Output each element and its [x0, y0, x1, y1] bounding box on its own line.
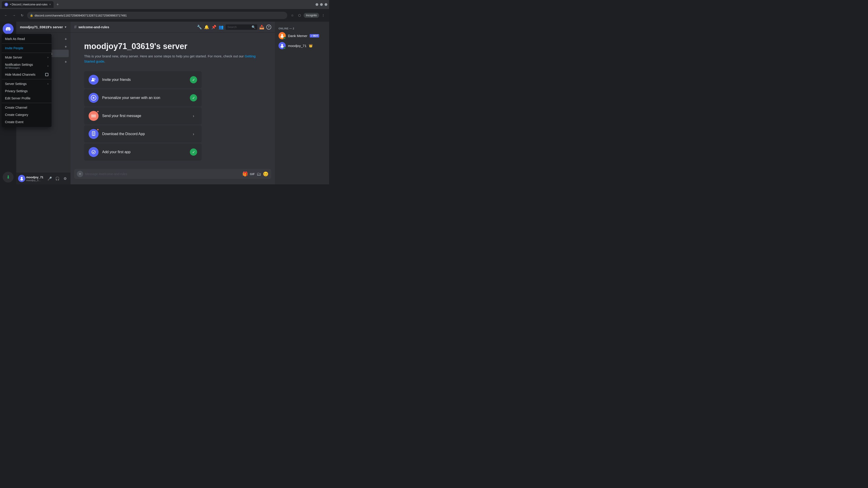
incognito-button[interactable]: Incognito: [304, 13, 319, 18]
browser-tab[interactable]: D • Discord | #welcome-and-rules ×: [2, 1, 54, 8]
context-create-category[interactable]: Create Category: [2, 111, 52, 119]
tab-close-button[interactable]: ×: [49, 3, 51, 6]
svg-point-16: [281, 44, 283, 46]
context-mute-server[interactable]: Mute Server ›: [2, 54, 52, 61]
chrome-menu-button[interactable]: ⋮: [320, 12, 327, 19]
download-icon: [89, 129, 98, 139]
context-edit-server-profile[interactable]: Edit Server Profile: [2, 95, 52, 102]
user-discriminator: moodjoy_0...: [26, 179, 45, 182]
context-menu: Mark As Read Invite People Mute Server ›…: [2, 34, 52, 127]
member-bot-badge: ✓ BOT: [310, 34, 319, 37]
reload-button[interactable]: ↻: [19, 12, 25, 19]
download-app-button[interactable]: ⬇: [3, 172, 13, 183]
svg-point-3: [20, 179, 23, 181]
member-name-dankmemer: Dank Memer: [288, 34, 307, 38]
svg-point-9: [94, 116, 95, 116]
personalize-icon: [89, 93, 98, 103]
checklist-item-download[interactable]: Download the Discord App ›: [84, 125, 202, 142]
forward-button[interactable]: →: [11, 12, 17, 19]
mute-button[interactable]: 🎤: [46, 175, 53, 182]
address-text: discord.com/channels/1182725809400713287…: [35, 14, 127, 17]
context-hide-muted[interactable]: Hide Muted Channels: [2, 71, 52, 78]
svg-point-4: [92, 78, 94, 80]
pin-button[interactable]: 📌: [211, 24, 217, 30]
server-name: moodjoy71_03619's server: [20, 25, 63, 29]
notification-bell-button[interactable]: 🔔: [204, 24, 209, 30]
member-list: ONLINE — 2 Dank Memer ✓ BOT moodjoy_71: [275, 22, 329, 184]
checklist-item-invite[interactable]: Invite your friends ✓: [84, 71, 202, 88]
member-item-moodjoy[interactable]: moodjoy_71 👑: [277, 41, 327, 51]
channel-header-name: welcome-and-rules: [79, 25, 109, 29]
inbox-button[interactable]: 📥: [259, 24, 265, 30]
help-button[interactable]: ?: [266, 25, 271, 30]
message-input-bar[interactable]: + Message #welcome-and-rules 🎁 GIF 🗂 😊: [74, 169, 271, 179]
mute-server-arrow: ›: [48, 56, 49, 59]
sticker-icon[interactable]: 🗂: [256, 171, 261, 177]
server-dropdown-arrow: ▼: [64, 26, 67, 29]
member-avatar-moodjoy: [278, 42, 286, 49]
maximize-button[interactable]: [320, 3, 323, 6]
tab-bar: D • Discord | #welcome-and-rules × +: [0, 0, 329, 9]
header-search[interactable]: Search 🔍: [225, 24, 257, 30]
gift-icon[interactable]: 🎁: [242, 171, 248, 177]
welcome-subtitle: This is your brand new, shiny server. He…: [84, 54, 261, 64]
user-settings-button[interactable]: ⚙: [61, 175, 69, 182]
context-notification-settings[interactable]: Notification Settings All Messages ›: [2, 61, 52, 71]
checklist-item-personalize[interactable]: Personalize your server with an icon ✓: [84, 89, 202, 106]
discord-home-button[interactable]: [3, 24, 13, 34]
checklist-status-message: ›: [190, 112, 197, 120]
close-window-button[interactable]: [324, 3, 327, 6]
extensions-button[interactable]: ⬡: [296, 12, 303, 19]
channel-header-hash: #: [74, 24, 76, 30]
checklist-label-download: Download the Discord App: [102, 132, 186, 136]
server-settings-arrow: ›: [48, 82, 49, 86]
user-actions: 🎤 🎧 ⚙: [46, 175, 69, 182]
add-voice-channel-button[interactable]: +: [65, 60, 67, 64]
new-tab-button[interactable]: +: [55, 1, 61, 8]
checklist-status-invite: ✓: [190, 76, 197, 84]
server-header[interactable]: moodjoy71_03619's server ▼: [16, 22, 70, 33]
svg-point-15: [281, 36, 284, 38]
context-divider-2: [2, 53, 52, 53]
context-mark-as-read[interactable]: Mark As Read: [2, 35, 52, 42]
svg-point-8: [93, 116, 94, 116]
invite-icon[interactable]: 👥: [59, 52, 63, 55]
checklist-label-invite: Invite your friends: [102, 78, 186, 82]
context-create-event[interactable]: Create Event: [2, 119, 52, 126]
svg-point-17: [281, 46, 284, 48]
username: moodjoy_71: [26, 175, 45, 179]
checklist-item-message[interactable]: Send your first message ›: [84, 107, 202, 125]
tab-title: • Discord | #welcome-and-rules: [10, 3, 48, 6]
context-invite-people[interactable]: Invite People: [2, 44, 52, 52]
context-create-channel[interactable]: Create Channel: [2, 104, 52, 111]
svg-point-13: [92, 150, 95, 154]
member-online-dot-dankmemer: [283, 37, 286, 39]
checklist-status-download: ›: [190, 130, 197, 138]
member-list-button[interactable]: 👥: [218, 24, 224, 30]
notification-settings-arrow: ›: [48, 64, 49, 68]
context-privacy-settings[interactable]: Privacy Settings: [2, 88, 52, 95]
header-actions: 🔧 🔔 📌 👥 Search 🔍 📥 ?: [197, 24, 271, 30]
address-bar[interactable]: 🔒 discord.com/channels/11827258094007132…: [27, 12, 287, 19]
user-avatar[interactable]: [18, 175, 25, 182]
server-list-bottom: ⬇: [3, 172, 13, 183]
context-server-settings[interactable]: Server Settings ›: [2, 80, 52, 88]
message-placeholder[interactable]: Message #welcome-and-rules: [85, 172, 241, 176]
suppress-threads-button[interactable]: 🔧: [197, 24, 202, 30]
add-channel-button[interactable]: +: [65, 37, 67, 41]
gif-icon[interactable]: GIF: [250, 172, 255, 176]
deafen-button[interactable]: 🎧: [54, 175, 61, 182]
member-item-dankmemer[interactable]: Dank Memer ✓ BOT: [277, 31, 327, 41]
bookmark-button[interactable]: ☆: [289, 12, 296, 19]
minimize-button[interactable]: [315, 3, 318, 6]
message-attach-button[interactable]: +: [77, 171, 83, 177]
channel-header: # welcome-and-rules 🔧 🔔 📌 👥 Search 🔍 📥 ?: [70, 22, 275, 33]
channel-settings-icon[interactable]: ⚙: [64, 52, 67, 55]
back-button[interactable]: ←: [3, 12, 9, 19]
checklist-item-addapp[interactable]: Add your first app ✓: [84, 143, 202, 161]
add-text-channel-button[interactable]: +: [65, 45, 67, 49]
checklist-label-personalize: Personalize your server with an icon: [102, 96, 186, 100]
hide-muted-checkbox[interactable]: [45, 73, 49, 76]
addapp-icon: [89, 147, 98, 157]
emoji-icon[interactable]: 😊: [263, 171, 269, 177]
